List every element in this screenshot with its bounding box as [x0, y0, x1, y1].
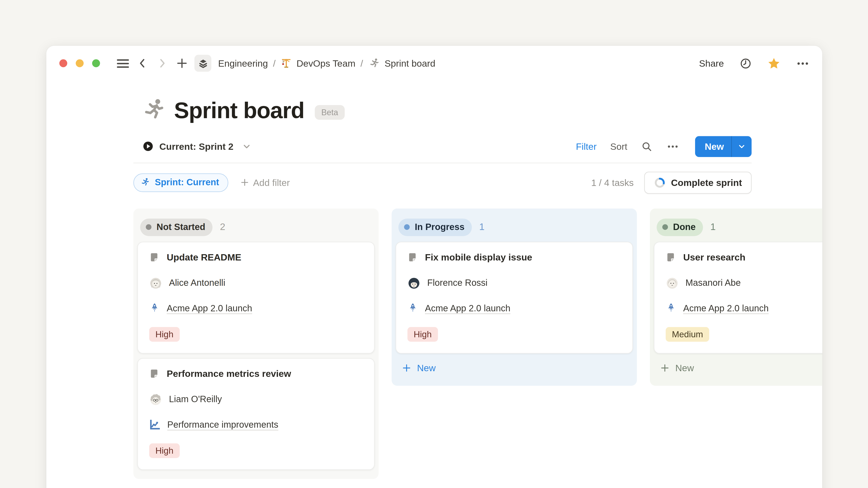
breadcrumb-devops-team[interactable]: DevOps Team: [281, 58, 355, 69]
sprint-filter-label: Sprint: Current: [155, 177, 219, 188]
close-window-button[interactable]: [59, 59, 67, 67]
search-button[interactable]: [641, 140, 653, 152]
project-link[interactable]: Acme App 2.0 launch: [167, 303, 252, 314]
breadcrumb-sprint-board[interactable]: Sprint board: [368, 57, 435, 69]
new-task-dropdown-button[interactable]: [732, 136, 752, 157]
priority-badge: High: [408, 327, 438, 342]
column-count: 1: [710, 221, 716, 233]
runner-icon: [368, 57, 380, 69]
project-row: Performance improvements: [149, 418, 363, 431]
add-filter-button[interactable]: Add filter: [240, 177, 290, 188]
chart-increasing-icon: [149, 419, 160, 430]
priority-badge: High: [149, 327, 180, 342]
breadcrumb-separator: /: [361, 58, 363, 69]
new-page-button[interactable]: [175, 55, 189, 72]
new-task-button[interactable]: New: [695, 136, 731, 157]
view-dropdown-button[interactable]: [242, 141, 252, 151]
zoom-window-button[interactable]: [92, 59, 100, 67]
project-link[interactable]: Acme App 2.0 launch: [683, 303, 769, 314]
task-card-fix-mobile-display-issue[interactable]: Fix mobile display issue: [396, 242, 633, 354]
column-header: Done 1: [654, 213, 822, 242]
plus-icon: [660, 363, 670, 372]
card-list: Update README: [137, 242, 375, 470]
add-card-label: New: [675, 362, 694, 373]
task-card-user-research[interactable]: User research Masanori Abe: [654, 242, 822, 354]
column-in-progress: In Progress 1 Fix mobile display issue: [392, 208, 637, 386]
nav-back-button[interactable]: [135, 55, 150, 72]
updates-button[interactable]: [739, 57, 752, 70]
add-card-button-in-progress[interactable]: New: [396, 354, 633, 382]
progress-ring-icon: [654, 176, 666, 188]
task-card-performance-metrics-review[interactable]: Performance metrics review: [137, 358, 375, 470]
kanban-board: Not Started 2 Update README: [133, 208, 822, 479]
tasks-summary: 1 / 4 tasks: [591, 177, 633, 188]
status-dot: [662, 224, 668, 230]
minimize-window-button[interactable]: [76, 59, 84, 67]
project-row: Acme App 2.0 launch: [149, 302, 363, 315]
assignee-name: Masanori Abe: [686, 278, 741, 288]
filter-bar-right: 1 / 4 tasks Complete sprint: [591, 171, 752, 194]
favorite-button[interactable]: [767, 57, 780, 70]
layers-icon: [197, 58, 209, 69]
status-badge-not-started[interactable]: Not Started: [140, 218, 213, 236]
filter-bar: Sprint: Current Add filter 1 / 4 tasks C…: [133, 171, 752, 194]
plus-icon: [402, 363, 412, 372]
plus-icon: [240, 178, 249, 187]
breadcrumb-label: DevOps Team: [297, 58, 355, 69]
avatar-florence: [408, 276, 421, 290]
project-row: Acme App 2.0 launch: [408, 302, 621, 315]
filter-toggle[interactable]: Filter: [576, 141, 597, 152]
hamburger-menu-icon: [116, 56, 130, 70]
chevron-right-icon: [156, 57, 168, 70]
page-title[interactable]: Sprint board: [174, 97, 304, 123]
chevron-down-icon: [738, 142, 746, 151]
status-badge-done[interactable]: Done: [657, 218, 703, 236]
assignee-row: Masanori Abe: [666, 276, 822, 290]
page-icon: [408, 252, 418, 262]
column-header: Not Started 2: [137, 213, 375, 242]
priority-badge: High: [149, 444, 180, 458]
project-link[interactable]: Acme App 2.0 launch: [425, 303, 510, 314]
teamspace-icon-button[interactable]: [194, 55, 211, 72]
column-header: In Progress 1: [396, 213, 633, 242]
more-options-button[interactable]: [796, 56, 810, 70]
complete-sprint-button[interactable]: Complete sprint: [645, 171, 752, 194]
status-dot: [146, 224, 151, 230]
view-more-button[interactable]: [666, 140, 680, 153]
sort-toggle[interactable]: Sort: [610, 141, 627, 152]
column-done: Done 1 User research: [650, 208, 822, 386]
play-circle-icon: [143, 141, 154, 152]
star-icon: [767, 57, 780, 70]
window-topbar: Engineering / DevOps Team / Sprint board…: [46, 46, 822, 78]
complete-sprint-label: Complete sprint: [671, 177, 742, 188]
card-title: Fix mobile display issue: [425, 252, 532, 263]
plus-icon: [176, 57, 188, 70]
status-label: Done: [673, 222, 696, 232]
breadcrumb-label: Engineering: [218, 58, 268, 69]
task-card-update-readme[interactable]: Update README: [137, 242, 375, 354]
priority-row: Medium: [666, 327, 822, 342]
view-tab-current-sprint[interactable]: Current: Sprint 2: [143, 141, 252, 152]
card-title-row: Performance metrics review: [149, 368, 363, 379]
document-area: Sprint board Beta Current: Sprint 2 Filt…: [46, 94, 822, 194]
priority-row: High: [408, 327, 621, 342]
nav-forward-button[interactable]: [155, 55, 169, 72]
breadcrumb: Engineering / DevOps Team / Sprint board: [218, 57, 435, 69]
share-button[interactable]: Share: [699, 58, 724, 69]
page-icon: [666, 252, 676, 262]
breadcrumb-label: Sprint board: [384, 58, 435, 69]
rocket-icon: [408, 302, 418, 315]
page-header: Sprint board Beta: [141, 94, 752, 126]
card-title-row: User research: [666, 252, 822, 263]
sidebar-menu-button[interactable]: [115, 55, 130, 72]
project-link[interactable]: Performance improvements: [167, 420, 278, 430]
sprint-filter-chip[interactable]: Sprint: Current: [133, 173, 228, 192]
divider: [133, 163, 752, 163]
breadcrumb-engineering[interactable]: Engineering: [218, 58, 268, 69]
new-task-split-button[interactable]: New: [695, 136, 752, 157]
add-card-button-done[interactable]: New: [654, 354, 822, 382]
assignee-name: Florence Rossi: [427, 278, 488, 288]
status-badge-in-progress[interactable]: In Progress: [399, 218, 472, 236]
ellipsis-icon: [796, 56, 810, 70]
page-icon-button[interactable]: [141, 97, 167, 124]
